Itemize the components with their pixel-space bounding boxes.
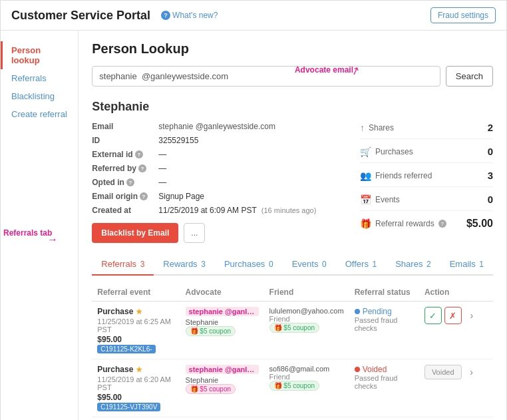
- advocate-cell-2: stephanie @ganleywes... Stephanie 🎁 $5 c…: [180, 359, 264, 417]
- friend-type-1: Friend: [269, 315, 344, 323]
- field-label-email: Email: [92, 122, 158, 131]
- page-title: Person Lookup: [92, 41, 493, 57]
- event-date-2: 11/25/2019 at 6:20 AM PST: [97, 375, 174, 391]
- action-cell-2: Voided ›: [419, 359, 493, 417]
- status-dot-1: [355, 309, 360, 314]
- event-amount-2: $95.00 C191125-VJT390V: [97, 393, 174, 411]
- fraud-settings-button[interactable]: Fraud settings: [430, 7, 496, 23]
- tab-events[interactable]: Events 0: [283, 254, 336, 274]
- action-cell-1: ✓ ✗ ›: [419, 302, 493, 359]
- approve-button-1[interactable]: ✓: [424, 307, 442, 324]
- search-input[interactable]: [92, 66, 440, 87]
- field-label-email-origin: Email origin ?: [92, 192, 158, 201]
- action-btns-1: ✓ ✗ ›: [424, 307, 488, 324]
- status-voided-2: Voided: [355, 365, 414, 374]
- sidebar-item-referrals[interactable]: Referrals: [1, 69, 78, 87]
- email-origin-info-icon[interactable]: ?: [140, 192, 148, 200]
- friend-cell-3: levi@yahoo.com Friend 🎁 $5 coupon: [264, 417, 349, 421]
- tab-rewards-count: 3: [201, 260, 206, 269]
- whats-new-link[interactable]: ? What's new?: [161, 11, 218, 20]
- search-button[interactable]: Search: [446, 66, 493, 87]
- friend-coupon-1: 🎁 $5 coupon: [269, 323, 320, 333]
- sidebar-item-blacklisting[interactable]: Blacklisting: [1, 87, 78, 105]
- field-referred-by: Referred by ? —: [92, 164, 340, 173]
- friends-referred-icon: 👥: [360, 170, 371, 181]
- stat-referral-rewards-value: $5.00: [466, 218, 493, 230]
- tab-referrals[interactable]: Referrals 3: [92, 254, 154, 276]
- stat-shares-value: 2: [488, 122, 493, 133]
- col-friend: Friend: [264, 284, 349, 302]
- advocate-email-2: stephanie @ganleywes...: [186, 365, 259, 374]
- header: Customer Service Portal ? What's new? Fr…: [1, 1, 506, 31]
- field-created-at: Created at 11/25/2019 at 6:09 AM PST (16…: [92, 206, 340, 215]
- status-note-2: Passed fraud checks: [355, 374, 414, 390]
- status-dot-2: [355, 367, 360, 372]
- friend-coupon-2: 🎁 $5 coupon: [269, 381, 320, 391]
- referred-by-info-icon[interactable]: ?: [138, 164, 146, 172]
- col-referral-event: Referral event: [92, 284, 180, 302]
- tab-shares[interactable]: Shares 2: [386, 254, 440, 274]
- stat-purchases-value: 0: [488, 146, 493, 157]
- advocate-coupon-1: 🎁 $5 coupon: [186, 326, 236, 336]
- blacklist-by-email-button[interactable]: Blacklist by Email: [92, 223, 178, 243]
- external-id-info-icon[interactable]: ?: [135, 150, 143, 158]
- event-type-2: Purchase ★: [97, 365, 174, 374]
- tab-offers[interactable]: Offers 1: [336, 254, 386, 274]
- reject-button-1[interactable]: ✗: [444, 307, 462, 324]
- search-row: Search: [92, 66, 493, 87]
- field-label-external-id: External id ?: [92, 150, 158, 159]
- referral-rewards-icon: 🎁: [360, 218, 371, 229]
- header-left: Customer Service Portal ? What's new?: [11, 9, 218, 23]
- chevron-button-2[interactable]: ›: [464, 365, 479, 379]
- field-label-created-at: Created at: [92, 206, 158, 215]
- stat-shares-label: Shares: [369, 123, 394, 132]
- events-icon: 📅: [360, 194, 371, 205]
- sidebar-item-create-referral[interactable]: Create referral: [1, 105, 78, 123]
- tab-shares-count: 2: [426, 260, 431, 269]
- purchases-icon: 🛒: [360, 146, 371, 157]
- event-date-1: 11/25/2019 at 6:25 AM PST: [97, 317, 174, 333]
- advocate-name-1: Stephanie: [186, 318, 259, 326]
- stat-purchases-label: Purchases: [375, 147, 413, 156]
- order-badge-2: C191125-VJT390V: [97, 403, 160, 411]
- order-badge-1: C191125-K2KL6-: [97, 345, 155, 353]
- event-amount-1: $95.00 C191125-K2KL6-: [97, 335, 174, 353]
- sidebar-item-person-lookup[interactable]: Person lookup: [1, 41, 78, 69]
- voided-button-2[interactable]: Voided: [424, 365, 462, 379]
- star-icon-1: ★: [136, 308, 142, 316]
- advocate-email-1: stephanie @ganleywes...: [186, 307, 259, 316]
- star-icon-2: ★: [136, 365, 142, 374]
- field-value-id: 325529155: [158, 136, 198, 145]
- tab-emails[interactable]: Emails 1: [440, 254, 493, 274]
- person-fields: Email stephanie @ganleywestside.com ID 3…: [92, 122, 340, 254]
- advocate-cell-1: stephanie @ganleywes... Stephanie 🎁 $5 c…: [180, 302, 264, 359]
- created-at-note: (16 minutes ago): [261, 206, 317, 214]
- event-cell-2: Purchase ★ 11/25/2019 at 6:20 AM PST $95…: [92, 359, 180, 417]
- field-value-created-at: 11/25/2019 at 6:09 AM PST (16 minutes ag…: [158, 206, 316, 215]
- referral-rewards-info-icon[interactable]: ?: [438, 220, 446, 228]
- stat-purchases-left: 🛒 Purchases: [360, 146, 413, 157]
- main-layout: Person lookup Referrals Blacklisting Cre…: [1, 31, 506, 420]
- event-cell-3: Purchase ★ 11/25/2019 at 6:16 AM PST $95…: [92, 417, 180, 421]
- friend-email-2: sofi86@gmail.com: [269, 365, 344, 373]
- advocate-cell-3: stephanie @ganleywes... Stephanie 🎁 $5 c…: [180, 417, 264, 421]
- info-icon: ?: [161, 11, 170, 20]
- field-label-opted-in: Opted in ?: [92, 178, 158, 187]
- stat-friends-referred-label: Friends referred: [375, 171, 432, 180]
- more-options-button[interactable]: ...: [184, 223, 205, 243]
- stat-shares: ↑ Shares 2: [360, 122, 493, 139]
- opted-in-info-icon[interactable]: ?: [126, 178, 134, 186]
- tab-referrals-count: 3: [140, 260, 145, 269]
- chevron-button-1[interactable]: ›: [464, 308, 479, 323]
- friend-email-1: lululemon@yahoo.com: [269, 307, 344, 315]
- stat-events-label: Events: [375, 195, 400, 204]
- stat-referral-rewards: 🎁 Referral rewards ? $5.00: [360, 218, 493, 235]
- status-cell-1: Pending Passed fraud checks: [349, 302, 419, 359]
- tab-purchases[interactable]: Purchases 0: [215, 254, 283, 274]
- stat-friends-referred-left: 👥 Friends referred: [360, 170, 432, 181]
- field-value-opted-in: —: [158, 178, 166, 187]
- col-action: Action: [419, 284, 493, 302]
- field-email: Email stephanie @ganleywestside.com: [92, 122, 340, 131]
- tab-rewards[interactable]: Rewards 3: [154, 254, 215, 274]
- friend-type-2: Friend: [269, 373, 344, 381]
